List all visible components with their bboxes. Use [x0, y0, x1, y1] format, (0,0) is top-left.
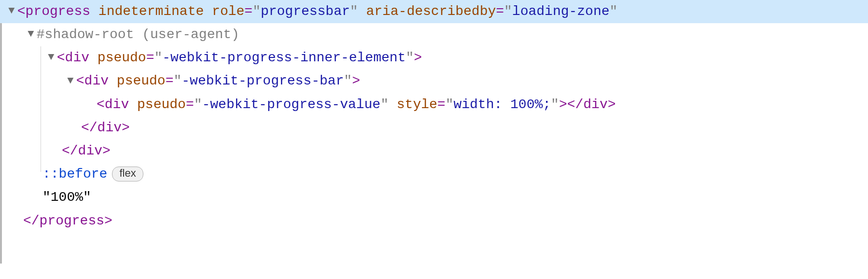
- dom-node-div-inner-element[interactable]: ▼ <div pseudo="-webkit-progress-inner-el…: [0, 46, 868, 70]
- closing-tag: </progress>: [23, 209, 112, 233]
- dom-text-node[interactable]: "100%": [0, 186, 868, 209]
- dom-node-close-div[interactable]: </div>: [0, 116, 868, 140]
- display-badge[interactable]: flex: [112, 167, 143, 181]
- attr-value: width: 100%;: [453, 93, 551, 116]
- dom-node-div-progress-value[interactable]: <div pseudo="-webkit-progress-value" sty…: [0, 93, 868, 116]
- attr-value: -webkit-progress-inner-element: [162, 46, 406, 70]
- dom-node-progress[interactable]: ▼ <progress indeterminate role="progress…: [0, 0, 868, 23]
- shadow-root-label: #shadow-root (user-agent): [37, 23, 239, 46]
- attr-value: loading-zone: [512, 0, 610, 23]
- shadow-root-node[interactable]: ▼ #shadow-root (user-agent): [0, 23, 868, 46]
- expand-arrow-icon[interactable]: ▼: [26, 25, 36, 43]
- elements-dom-tree: ▼ <progress indeterminate role="progress…: [0, 0, 868, 279]
- dom-node-close-div[interactable]: </div>: [0, 140, 868, 163]
- attr-name: style: [397, 93, 437, 116]
- pseudo-element-label: ::before: [42, 163, 107, 186]
- attr-name: indeterminate: [98, 0, 204, 23]
- dom-node-close-progress[interactable]: </progress>: [0, 209, 868, 233]
- tag-name: div: [84, 70, 109, 93]
- expand-arrow-icon[interactable]: ▼: [66, 72, 75, 90]
- expand-arrow-icon[interactable]: ▼: [7, 2, 16, 20]
- attr-name: role: [212, 0, 244, 23]
- tag-name: div: [105, 93, 129, 116]
- attr-value: progressbar: [261, 0, 350, 23]
- attr-value: -webkit-progress-bar: [182, 70, 344, 93]
- attr-name: aria-describedby: [366, 0, 496, 23]
- attr-value: -webkit-progress-value: [202, 93, 381, 116]
- tag-open-bracket: <: [17, 0, 26, 23]
- attr-name: pseudo: [137, 93, 186, 116]
- tag-name: progress: [26, 0, 90, 23]
- closing-tag: </div>: [62, 140, 111, 163]
- text-node-content: "100%": [42, 186, 91, 209]
- dom-node-pseudo-before[interactable]: ::before flex: [0, 163, 868, 186]
- closing-tag: </div>: [567, 93, 616, 116]
- dom-node-div-progress-bar[interactable]: ▼ <div pseudo="-webkit-progress-bar">: [0, 70, 868, 93]
- attr-name: pseudo: [98, 46, 146, 70]
- expand-arrow-icon[interactable]: ▼: [46, 48, 56, 67]
- tag-name: div: [65, 46, 89, 70]
- trailing-quote: ": [610, 0, 618, 23]
- closing-tag: </div>: [81, 116, 130, 140]
- attr-name: pseudo: [117, 70, 166, 93]
